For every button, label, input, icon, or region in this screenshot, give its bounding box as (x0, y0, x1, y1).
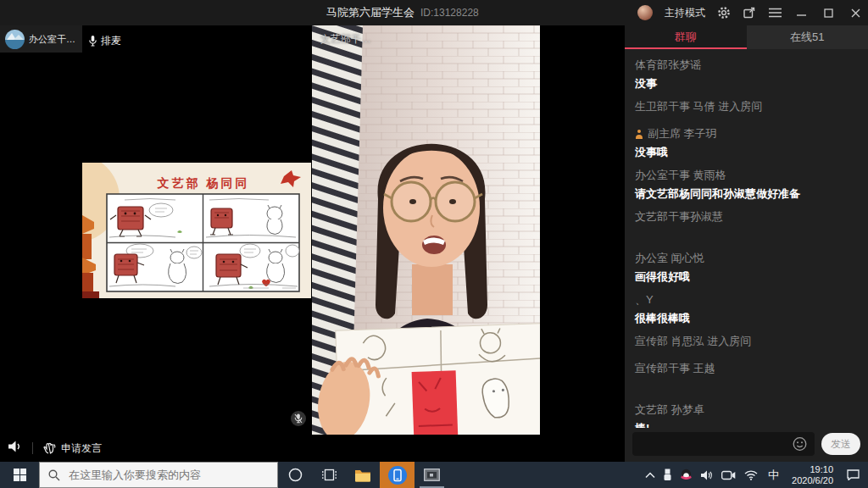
maximize-button[interactable] (821, 5, 836, 20)
meeting-bottom-controls: 申请发言 (0, 435, 625, 462)
chat-message-sender: 副主席 李子玥 (635, 126, 858, 141)
raise-hand-icon (43, 442, 56, 454)
presenter-webcam-feed (312, 25, 540, 435)
search-icon (48, 469, 60, 481)
video-tile-presenter[interactable]: 文艺部干… (312, 25, 540, 435)
tray-wifi-icon[interactable] (740, 462, 762, 488)
windows-taskbar: 中 19:10 2020/6/20 (0, 462, 868, 488)
clock-time: 19:10 (792, 464, 833, 475)
chat-input-row: 发送 (625, 430, 868, 458)
chat-message: 文艺部 孙梦卓棒! (635, 402, 858, 428)
tab-online-members[interactable]: 在线51 (747, 25, 868, 49)
chat-message-text: 棒! (635, 422, 858, 428)
host-mode-label: 主持模式 (665, 6, 705, 20)
notification-icon (847, 469, 860, 480)
chat-system-message: 生卫部干事 马倩 进入房间 (635, 99, 858, 114)
participant-tile[interactable]: 办公室干… (0, 25, 82, 53)
presenter-name-label: 文艺部干… (320, 32, 371, 47)
action-center-button[interactable] (840, 462, 868, 488)
chat-message-sender: 文艺部干事孙淑慧 (635, 209, 858, 225)
raise-hand-button[interactable]: 申请发言 (43, 441, 102, 456)
chat-message-sender: 宣传部干事 王越 (635, 361, 858, 376)
titlebar-controls: 主持模式 (637, 0, 863, 25)
chat-message: 副主席 李子玥没事哦 (635, 126, 858, 158)
chat-message: 宣传部干事 王越 (635, 361, 858, 393)
send-button[interactable]: 发送 (821, 433, 860, 455)
chat-panel: 群聊 在线51 体育部张梦谣没事生卫部干事 马倩 进入房间副主席 李子玥没事哦办… (625, 25, 868, 462)
slide-title: 文艺部 杨同同 (157, 176, 250, 190)
chat-message-text: 画得很好哦 (635, 270, 858, 283)
cortana-button[interactable] (278, 462, 312, 488)
open-app-button[interactable] (415, 462, 449, 488)
taskbar-clock[interactable]: 19:10 2020/6/20 (785, 464, 840, 486)
raise-hand-label: 申请发言 (61, 441, 102, 456)
file-explorer-button[interactable] (346, 462, 380, 488)
host-avatar[interactable] (637, 5, 653, 20)
role-badge-icon (635, 130, 643, 139)
minimize-button[interactable] (793, 5, 809, 20)
chat-message: 办公室干事 黄雨格请文艺部杨同同和孙淑慧做好准备 (635, 168, 858, 200)
chat-tabs: 群聊 在线51 (625, 25, 868, 49)
share-screen-icon[interactable] (743, 6, 756, 19)
chat-message-text: 很棒很棒哦 (635, 312, 858, 324)
microphone-icon (89, 36, 97, 47)
queue-badge: 排麦 (89, 34, 121, 48)
participant-avatar (5, 30, 25, 49)
chat-system-message: 宣传部 肖思泓 进入房间 (635, 334, 858, 349)
start-button[interactable] (0, 462, 39, 488)
chat-message-text: 请文艺部杨同同和孙淑慧做好准备 (635, 187, 858, 200)
chat-message-sender: 体育部张梦谣 (635, 58, 858, 73)
task-view-button[interactable] (312, 462, 346, 488)
meeting-title: 马院第六届学生会 (326, 5, 415, 20)
chat-message-sender: 办公室干事 黄雨格 (635, 168, 858, 183)
app-window-icon (424, 469, 440, 481)
close-button[interactable] (848, 5, 863, 20)
participant-name: 办公室干… (29, 33, 75, 46)
meeting-window: 马院第六届学生会 ID:13128228 主持模式 (0, 0, 868, 488)
taskbar-search[interactable] (39, 462, 278, 488)
chat-message-text: 没事哦 (635, 146, 858, 158)
folder-icon (354, 469, 371, 482)
meeting-app-button[interactable] (380, 462, 415, 488)
chat-message: 体育部张梦谣没事 (635, 58, 858, 90)
queue-badge-label: 排麦 (101, 34, 121, 48)
title-group: 马院第六届学生会 ID:13128228 (326, 0, 479, 25)
video-stage: 办公室干… 排麦 (0, 25, 625, 462)
chat-input[interactable] (632, 432, 815, 456)
search-input[interactable] (67, 468, 265, 482)
speaker-icon[interactable] (8, 441, 22, 456)
tab-group-chat[interactable]: 群聊 (625, 25, 747, 49)
chat-message-sender: 、Y (635, 292, 858, 308)
tray-volume-icon[interactable] (697, 462, 717, 488)
muted-microphone-icon (291, 411, 306, 426)
task-view-icon (322, 469, 337, 481)
windows-logo-icon (14, 469, 26, 481)
chat-message-text (635, 229, 858, 241)
tray-chevron-icon[interactable] (641, 462, 659, 488)
emoji-icon[interactable] (793, 437, 807, 452)
ime-indicator[interactable]: 中 (762, 462, 785, 488)
divider (32, 442, 33, 454)
cortana-icon (288, 468, 303, 482)
chat-message-sender: 办公室 闻心悦 (635, 251, 858, 266)
chat-message-sender: 文艺部 孙梦卓 (635, 402, 858, 418)
settings-gear-icon[interactable] (717, 6, 731, 19)
chat-message-text (635, 380, 858, 393)
chat-message: 、Y很棒很棒哦 (635, 292, 858, 324)
meeting-app-icon (387, 465, 408, 485)
titlebar: 马院第六届学生会 ID:13128228 主持模式 (0, 0, 868, 25)
tray-usb-icon[interactable] (659, 462, 676, 488)
shared-slide: 文艺部 杨同同 (82, 163, 311, 298)
chat-message-text: 没事 (635, 77, 858, 90)
system-tray: 中 19:10 2020/6/20 (641, 462, 868, 488)
menu-icon[interactable] (768, 6, 782, 19)
chat-message-list[interactable]: 体育部张梦谣没事生卫部干事 马倩 进入房间副主席 李子玥没事哦办公室干事 黄雨格… (625, 51, 868, 428)
chat-message: 文艺部干事孙淑慧 (635, 209, 858, 241)
chat-message: 办公室 闻心悦画得很好哦 (635, 251, 858, 283)
tray-camera-icon[interactable] (717, 462, 740, 488)
clock-date: 2020/6/20 (792, 475, 833, 486)
meeting-id: ID:13128228 (420, 7, 479, 19)
video-tile-slide[interactable]: 排麦 文艺部 杨同同 (82, 25, 311, 435)
tray-qq-icon[interactable] (676, 462, 697, 488)
